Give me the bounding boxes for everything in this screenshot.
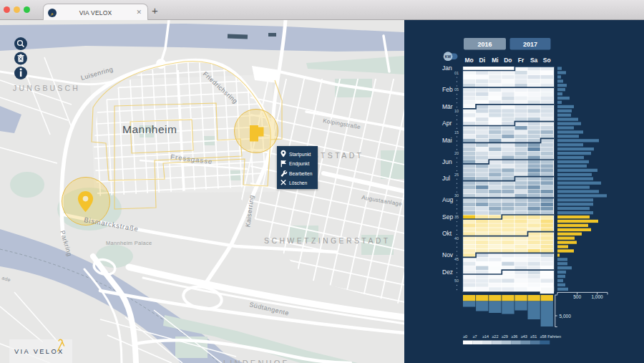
svg-text:Sep: Sep (442, 213, 453, 221)
svg-text:≥22: ≥22 (492, 334, 498, 339)
svg-text:15: 15 (454, 130, 459, 135)
svg-text:Löschen: Löschen (289, 180, 308, 185)
svg-text:Feb: Feb (442, 86, 453, 93)
svg-text:JUNGBUSCH: JUNGBUSCH (13, 84, 80, 92)
svg-text:50: 50 (454, 279, 459, 283)
svg-text:VIA VELOX: VIA VELOX (14, 348, 64, 355)
svg-text:KW: KW (445, 54, 452, 59)
svg-text:Sa: Sa (530, 57, 538, 64)
svg-text:Nov: Nov (442, 251, 454, 258)
svg-text:Mannheim Palace: Mannheim Palace (106, 240, 152, 246)
svg-text:45: 45 (454, 257, 459, 261)
svg-text:2017: 2017 (523, 41, 537, 48)
svg-text:500: 500 (573, 294, 581, 299)
svg-text:Apr: Apr (442, 120, 452, 127)
svg-text:Mai: Mai (442, 137, 452, 144)
svg-text:Jun: Jun (442, 158, 452, 165)
svg-text:Mo: Mo (464, 57, 473, 64)
svg-text:35: 35 (454, 215, 459, 219)
svg-text:01: 01 (454, 71, 459, 75)
svg-text:Bearbeiten: Bearbeiten (289, 171, 313, 176)
svg-text:Dez: Dez (442, 268, 453, 276)
svg-text:≥14: ≥14 (482, 334, 489, 339)
svg-text:25: 25 (454, 173, 459, 177)
svg-text:≥43: ≥43 (521, 334, 527, 339)
svg-text:SCHWETZINGERSTADT: SCHWETZINGERSTADT (264, 236, 391, 245)
svg-text:Mi: Mi (492, 57, 498, 64)
svg-text:So: So (543, 57, 551, 64)
svg-text:Jul: Jul (442, 175, 450, 182)
svg-text:Jan: Jan (442, 64, 452, 72)
svg-text:≥0: ≥0 (463, 334, 467, 339)
svg-text:Endpunkt: Endpunkt (289, 161, 309, 167)
svg-text:2016: 2016 (477, 41, 492, 48)
svg-text:LINDENHOF: LINDENHOF (223, 359, 289, 363)
svg-text:≥58 Fahrten: ≥58 Fahrten (540, 334, 562, 339)
svg-text:≥36: ≥36 (511, 334, 517, 339)
svg-text:Do: Do (504, 57, 512, 64)
svg-text:Startpunkt: Startpunkt (289, 152, 311, 158)
svg-text:1,000: 1,000 (591, 294, 603, 299)
svg-text:10: 10 (454, 109, 459, 113)
svg-text:Aug: Aug (442, 196, 453, 203)
svg-text:20: 20 (454, 151, 459, 155)
svg-text:30: 30 (454, 193, 459, 198)
svg-text:≥51: ≥51 (530, 334, 537, 339)
svg-text:≥29: ≥29 (502, 334, 508, 339)
svg-text:Okt: Okt (442, 230, 452, 237)
svg-text:Di: Di (479, 57, 486, 64)
svg-text:5,000: 5,000 (560, 314, 572, 319)
svg-text:Mär: Mär (442, 103, 453, 110)
svg-text:Mannheim: Mannheim (122, 123, 177, 135)
svg-text:≥7: ≥7 (472, 334, 477, 339)
svg-text:05: 05 (454, 87, 459, 92)
svg-text:Fr: Fr (518, 57, 525, 64)
svg-text:40: 40 (454, 236, 459, 241)
